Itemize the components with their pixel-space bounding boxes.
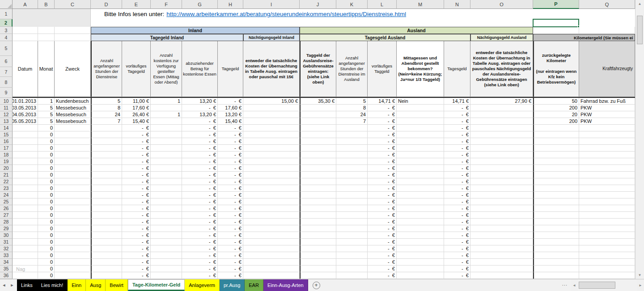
cell-G24[interactable]: - € [182, 192, 218, 198]
column-header-B[interactable]: B [38, 0, 55, 9]
cell-A30[interactable] [13, 232, 38, 239]
cell-Q30[interactable] [579, 232, 635, 239]
cell-H29[interactable]: - € [218, 225, 243, 232]
cell-M11[interactable] [397, 105, 444, 111]
cell-I27[interactable] [243, 212, 300, 219]
cell-H19[interactable]: - € [218, 158, 243, 165]
cell-F14[interactable] [151, 125, 182, 131]
cell-E16[interactable]: - € [122, 138, 151, 145]
cell-J28[interactable] [300, 219, 336, 225]
vertical-scrollbar[interactable]: ▲ ▼ [635, 0, 644, 279]
cell-N32[interactable]: - € [444, 245, 470, 252]
cell-I25[interactable] [243, 198, 300, 205]
cell-K34[interactable] [336, 259, 368, 266]
row-header-35[interactable]: 35 [0, 266, 13, 272]
cell-P15[interactable] [533, 131, 579, 138]
tab-splitter-icon[interactable]: ⋯ [562, 282, 567, 288]
cell-F33[interactable] [151, 252, 182, 259]
column-header-D[interactable]: D [91, 0, 122, 9]
cell-J29[interactable] [300, 225, 336, 232]
cell-D20[interactable] [91, 165, 122, 172]
cell-Q23[interactable] [579, 185, 635, 192]
cell-O24[interactable] [470, 192, 533, 198]
cell-Q20[interactable] [579, 165, 635, 172]
cell-F35[interactable] [151, 266, 182, 272]
cell-I21[interactable] [243, 172, 300, 178]
cell-L11[interactable]: - € [368, 105, 397, 111]
cell-C30[interactable] [55, 232, 91, 239]
row-header-21[interactable]: 21 [0, 172, 13, 178]
cell-C25[interactable] [55, 198, 91, 205]
cell-D34[interactable] [91, 259, 122, 266]
cell-M32[interactable] [397, 245, 444, 252]
cell-K21[interactable] [336, 172, 368, 178]
cell-F34[interactable] [151, 259, 182, 266]
cell-C11[interactable]: Messebesuch [55, 105, 91, 111]
cell-M20[interactable] [397, 165, 444, 172]
row-header-13[interactable]: 13 [0, 118, 13, 125]
cell-B21[interactable]: 0 [38, 172, 55, 178]
cell-M15[interactable] [397, 131, 444, 138]
cell-Q25[interactable] [579, 198, 635, 205]
cell-I13[interactable] [243, 118, 300, 125]
cell-I26[interactable] [243, 205, 300, 212]
header-anzahl-stunden-inland[interactable]: Anzahl angefangener Stunden der Dienstre… [91, 41, 122, 97]
column-header-P[interactable]: P [533, 0, 579, 9]
cell-D17[interactable] [91, 145, 122, 152]
cell-K27[interactable] [336, 212, 368, 219]
cell-D10[interactable]: 5 [91, 98, 122, 105]
column-header-O[interactable]: O [470, 0, 533, 9]
cell-C22[interactable] [55, 178, 91, 185]
cell-M28[interactable] [397, 219, 444, 225]
cell-N24[interactable]: - € [444, 192, 470, 198]
cell-H13[interactable]: 15,40 € [218, 118, 243, 125]
sheet-tab-einn-ausg-arten[interactable]: Einn-Ausg-Arten [263, 279, 308, 291]
cell-P33[interactable] [533, 252, 579, 259]
cell-F28[interactable] [151, 219, 182, 225]
cell-I12[interactable] [243, 111, 300, 118]
cell-G29[interactable]: - € [182, 225, 218, 232]
cell-Q3[interactable] [579, 27, 635, 34]
header-mittagessen-abendbrot[interactable]: Mittagessen und Abendbrot gestellt bekom… [397, 41, 444, 97]
cell-D15[interactable] [91, 131, 122, 138]
cell-M34[interactable] [397, 259, 444, 266]
cell-B32[interactable]: 0 [38, 245, 55, 252]
header-tagesgeld[interactable]: Tagesgeld [444, 41, 470, 97]
cell-B25[interactable]: 0 [38, 198, 55, 205]
cell-G10[interactable]: 13,20 € [182, 98, 218, 105]
cell-L21[interactable]: - € [368, 172, 397, 178]
cell-L14[interactable]: - € [368, 125, 397, 131]
cell-K29[interactable] [336, 225, 368, 232]
header-zweck[interactable]: Zweck [55, 41, 91, 97]
cell-H22[interactable]: - € [218, 178, 243, 185]
row-header-32[interactable]: 32 [0, 245, 13, 252]
cell-K35[interactable] [336, 266, 368, 272]
cell-C35[interactable] [55, 266, 91, 272]
cell-N33[interactable]: - € [444, 252, 470, 259]
cell-A15[interactable] [13, 131, 38, 138]
row-header-12[interactable]: 12 [0, 111, 13, 118]
header-tagegeld[interactable]: Tagegeld [218, 41, 243, 97]
scroll-up-icon[interactable]: ▲ [636, 0, 644, 8]
cell-M18[interactable] [397, 152, 444, 158]
row-header-3[interactable]: 3 [0, 27, 13, 34]
header-taggeld-auslandsreise[interactable]: Taggeld der Auslandsreise-Gebührensätze … [300, 41, 336, 97]
cell-H25[interactable]: - € [218, 198, 243, 205]
cell-M21[interactable] [397, 172, 444, 178]
cell-J18[interactable] [300, 152, 336, 158]
cell-G19[interactable]: - € [182, 158, 218, 165]
cell-M29[interactable] [397, 225, 444, 232]
cell-O21[interactable] [470, 172, 533, 178]
cell-N19[interactable]: - € [444, 158, 470, 165]
cell-O15[interactable] [470, 131, 533, 138]
tab-scroll-left-icon[interactable]: ◄ [0, 279, 8, 291]
cell-A29[interactable] [13, 225, 38, 232]
sheet-tab-bewirt[interactable]: Bewirt [106, 279, 128, 291]
cell-E27[interactable]: - € [122, 212, 151, 219]
cell-J34[interactable] [300, 259, 336, 266]
cell-B26[interactable]: 0 [38, 205, 55, 212]
cell-C4[interactable] [55, 34, 91, 41]
cell-H16[interactable]: - € [218, 138, 243, 145]
cell-Q19[interactable] [579, 158, 635, 165]
cell-block-a1-c1[interactable] [13, 9, 91, 19]
